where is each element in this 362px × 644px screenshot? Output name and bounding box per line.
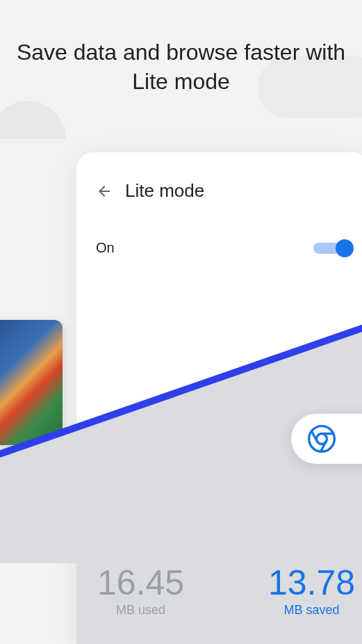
arrow-left-icon (96, 183, 113, 200)
data-stats: 16.45 MB used 13.78 MB saved (97, 565, 355, 618)
background-art-card (0, 320, 63, 445)
lite-mode-toggle[interactable] (313, 241, 349, 255)
promo-headline: Save data and browse faster with Lite mo… (0, 38, 362, 96)
data-used-stat: 16.45 MB used (97, 565, 184, 618)
data-saved-stat: 13.78 MB saved (268, 565, 355, 618)
chrome-chip[interactable] (291, 414, 362, 464)
stats-section-bg (76, 475, 362, 644)
screen-title: Lite mode (125, 180, 204, 202)
cloud-decoration (0, 101, 66, 139)
toggle-status-label: On (96, 240, 115, 256)
saved-label: MB saved (268, 603, 355, 618)
chrome-icon (308, 425, 336, 453)
toggle-thumb (336, 239, 354, 257)
toggle-row: On (76, 240, 362, 256)
panel-header: Lite mode (76, 180, 362, 202)
used-value: 16.45 (97, 565, 184, 600)
saved-value: 13.78 (268, 565, 355, 600)
used-label: MB used (97, 603, 184, 618)
back-button[interactable] (96, 183, 113, 200)
